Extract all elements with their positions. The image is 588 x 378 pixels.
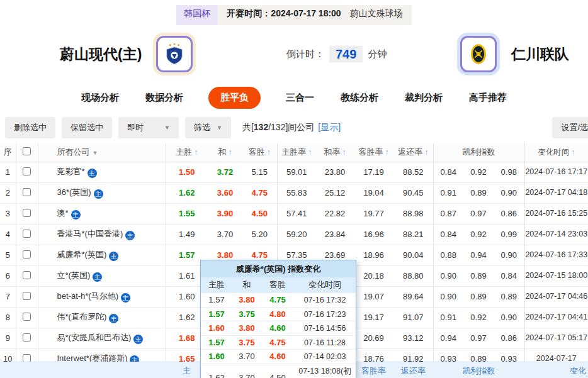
- cell-draw-rate: 25.12: [316, 182, 354, 203]
- tab-expert-recommend[interactable]: 高手推荐: [468, 87, 508, 109]
- cell-company[interactable]: 立*(英国)主: [38, 265, 166, 286]
- cell-change-time: 2024-07-16 17:17: [524, 162, 588, 182]
- countdown-unit: 分钟: [368, 48, 387, 60]
- home-badge-icon[interactable]: 主: [88, 169, 97, 178]
- home-team-logo: [153, 33, 196, 75]
- row-checkbox[interactable]: [23, 230, 31, 238]
- home-badge-icon[interactable]: 主: [133, 335, 143, 344]
- cell-return-rate: 88.52: [393, 162, 433, 182]
- cell-away-odds: 4.50: [242, 203, 277, 224]
- cell-away-rate: 20.18: [354, 265, 393, 286]
- row-checkbox[interactable]: [23, 313, 31, 321]
- select-all-checkbox[interactable]: [23, 147, 31, 155]
- cell-checkbox: [16, 307, 38, 328]
- home-badge-icon[interactable]: 主: [121, 293, 130, 303]
- popup-row: 1.57 3.75 4.80 07-16 17:23: [201, 307, 356, 321]
- keep-selected-button[interactable]: 保留选中: [62, 117, 112, 138]
- cell-seq: 8: [0, 307, 16, 328]
- cell-draw-odds: 3.72: [208, 162, 242, 182]
- header-home-odds[interactable]: 主胜↑: [166, 143, 208, 162]
- cell-kelly-draw: 0.94: [463, 245, 494, 265]
- row-checkbox[interactable]: [23, 292, 31, 300]
- header-home-rate[interactable]: 主胜率↑: [277, 143, 316, 162]
- cell-kelly-home: 0.90: [433, 265, 463, 286]
- cell-kelly-home: 0.91: [433, 307, 463, 328]
- cell-company[interactable]: 威廉希*(英国)主: [38, 245, 166, 265]
- cell-kelly-away: 0.89: [494, 286, 524, 307]
- cell-checkbox: [16, 286, 38, 307]
- cell-checkbox: [16, 245, 38, 265]
- cell-company[interactable]: bet-at-h*(马尔他)主: [38, 286, 166, 307]
- tab-win-draw-lose[interactable]: 胜平负: [208, 87, 261, 109]
- show-link[interactable]: [显示]: [318, 122, 341, 132]
- cell-home-rate: 59.01: [277, 162, 316, 182]
- footer-kelly-label: 凯利指数: [433, 365, 524, 377]
- cell-kelly-draw: 0.97: [463, 328, 494, 348]
- cell-company[interactable]: 易*(安提瓜和巴布达)主: [38, 328, 166, 348]
- home-badge-icon[interactable]: 主: [109, 252, 118, 261]
- popup-row: 1.57 3.75 4.75 07-16 11:28: [201, 335, 356, 350]
- tab-coach-analysis[interactable]: 教练分析: [339, 87, 380, 109]
- tab-data-analysis[interactable]: 数据分析: [144, 87, 184, 109]
- tab-three-in-one[interactable]: 三合一: [285, 87, 315, 109]
- header-checkbox-cell: [16, 143, 38, 162]
- cell-seq: 3: [0, 203, 16, 224]
- cell-company[interactable]: 竞彩官*主: [38, 162, 166, 182]
- header-return-rate[interactable]: 返还率↑: [393, 143, 433, 162]
- row-checkbox[interactable]: [23, 271, 31, 279]
- odds-change-popup: 威廉希*(英国) 指数变化 主胜 和 客胜 变化时间 1.57 3.80 4.7…: [200, 260, 356, 378]
- row-checkbox[interactable]: [23, 209, 31, 217]
- cell-home-odds: 1.62: [166, 182, 208, 203]
- cell-change-time: 2024-07-17 04:46: [524, 286, 588, 307]
- kickoff-time: 开赛时间：2024-07-17 18:00: [227, 8, 341, 22]
- row-checkbox[interactable]: [23, 167, 31, 175]
- cell-return-rate: 88.21: [393, 224, 433, 245]
- cell-change-time: 2024-07-17 04:41: [524, 307, 588, 328]
- row-checkbox[interactable]: [23, 333, 31, 342]
- cell-kelly-home: 0.84: [433, 224, 463, 245]
- cell-away-odds: 4.75: [242, 182, 277, 203]
- settings-button[interactable]: 设置/选: [552, 117, 588, 138]
- cell-company[interactable]: 伟*(直布罗陀)主: [38, 307, 166, 328]
- header-draw-odds[interactable]: 和↑: [208, 143, 242, 162]
- cell-seq: 4: [0, 224, 16, 245]
- header-away-rate[interactable]: 客胜率↑: [354, 143, 393, 162]
- cell-company[interactable]: 澳*主: [38, 203, 166, 224]
- cell-kelly-away: 0.98: [494, 162, 524, 182]
- cell-return-rate: 91.07: [393, 307, 433, 328]
- cell-kelly-away: 0.90: [494, 245, 524, 265]
- cell-company[interactable]: 36*(英国)主: [38, 182, 166, 203]
- table-header-row: 序 所有公司▼ 主胜↑ 和↑ 客胜↑ 主胜率↑ 和率↑ 客胜率↑ 返还率↑ 凯利…: [0, 143, 588, 162]
- header-draw-rate[interactable]: 和率↑: [316, 143, 354, 162]
- sort-asc-icon: ↑: [308, 148, 312, 157]
- home-badge-icon[interactable]: 主: [71, 210, 81, 220]
- cell-kelly-away: 0.90: [494, 307, 524, 328]
- row-checkbox[interactable]: [23, 354, 31, 362]
- filter-dropdown[interactable]: 筛选 ▼: [185, 117, 231, 138]
- filter-caret-icon: ▼: [93, 150, 98, 156]
- cell-home-odds: 1.50: [166, 162, 208, 182]
- tab-live-analysis[interactable]: 现场分析: [80, 87, 120, 109]
- row-checkbox[interactable]: [23, 188, 31, 196]
- cell-kelly-away: 0.90: [494, 182, 524, 203]
- home-badge-icon[interactable]: 主: [125, 231, 135, 240]
- header-company[interactable]: 所有公司▼: [38, 143, 166, 162]
- home-team: 蔚山现代(主): [60, 33, 196, 75]
- cell-seq: 1: [0, 162, 16, 182]
- cell-change-time: 2024-07-14 23:03: [524, 224, 588, 245]
- table-toolbar: 删除选中 保留选中 即时 ▼ 筛选 ▼ 共[132/132]间公司[显示] 设置…: [0, 112, 588, 143]
- away-team-name: 仁川联队: [511, 45, 569, 64]
- home-badge-icon[interactable]: 主: [93, 272, 102, 282]
- home-badge-icon[interactable]: 主: [94, 189, 103, 199]
- delete-selected-button[interactable]: 删除选中: [5, 117, 55, 138]
- company-count: 共[132/132]间公司[显示]: [242, 122, 341, 133]
- header-away-odds[interactable]: 客胜↑: [242, 143, 277, 162]
- header-change-time[interactable]: 变化时间↑: [524, 143, 588, 162]
- odds-mode-dropdown[interactable]: 即时 ▼: [118, 117, 179, 138]
- cell-company[interactable]: 香港马*(中国香港)主: [38, 224, 166, 245]
- countdown: 倒计时： 749 分钟: [286, 46, 387, 63]
- home-badge-icon[interactable]: 主: [109, 314, 118, 323]
- tab-referee-analysis[interactable]: 裁判分析: [404, 87, 444, 109]
- home-team-name: 蔚山现代(主): [60, 45, 142, 64]
- row-checkbox[interactable]: [23, 250, 31, 258]
